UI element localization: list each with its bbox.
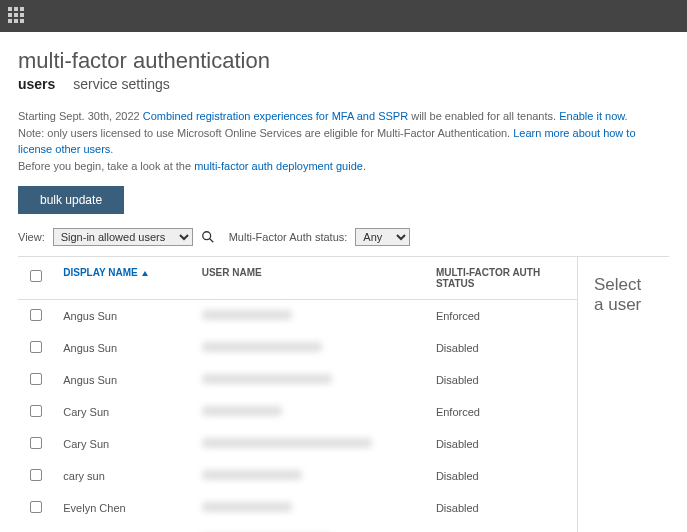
link-deployment-guide[interactable]: multi-factor auth deployment guide bbox=[194, 160, 363, 172]
search-icon[interactable] bbox=[201, 230, 215, 244]
top-bar bbox=[0, 0, 687, 32]
status-label: Multi-Factor Auth status: bbox=[229, 231, 348, 243]
column-header-checkbox bbox=[18, 257, 55, 300]
side-panel: Select a user bbox=[578, 257, 669, 532]
table-row[interactable]: Angus Sun********Enforced bbox=[18, 300, 577, 333]
cell-user-name: ******** bbox=[194, 428, 428, 460]
tab-service-settings[interactable]: service settings bbox=[73, 76, 169, 94]
row-checkbox[interactable] bbox=[30, 501, 42, 513]
tab-users[interactable]: users bbox=[18, 76, 55, 94]
notice-line1-a: Starting Sept. 30th, 2022 bbox=[18, 110, 143, 122]
view-label: View: bbox=[18, 231, 45, 243]
cell-user-name: ******** bbox=[194, 332, 428, 364]
cell-user-name: ******** bbox=[194, 492, 428, 524]
page-title: multi-factor authentication bbox=[18, 48, 669, 74]
row-checkbox[interactable] bbox=[30, 309, 42, 321]
view-select[interactable]: Sign-in allowed users bbox=[53, 228, 193, 246]
cell-mfa-status: Disabled bbox=[428, 492, 577, 524]
row-checkbox[interactable] bbox=[30, 437, 42, 449]
cell-mfa-status: Disabled bbox=[428, 524, 577, 532]
notice-line1-c: . bbox=[625, 110, 628, 122]
link-enable-now[interactable]: Enable it now bbox=[559, 110, 624, 122]
table-row[interactable]: Cary Sun********Enforced bbox=[18, 396, 577, 428]
row-checkbox[interactable] bbox=[30, 341, 42, 353]
table-row[interactable]: Angus Sun********Disabled bbox=[18, 332, 577, 364]
cell-mfa-status: Disabled bbox=[428, 364, 577, 396]
link-combined-registration[interactable]: Combined registration experiences for MF… bbox=[143, 110, 408, 122]
cell-user-name: ******** bbox=[194, 460, 428, 492]
cell-mfa-status: Disabled bbox=[428, 428, 577, 460]
cell-display-name: Cary Sun bbox=[55, 396, 193, 428]
cell-display-name: Terence bbox=[55, 524, 193, 532]
cell-display-name: Angus Sun bbox=[55, 300, 193, 333]
table-row[interactable]: Angus Sun********Disabled bbox=[18, 364, 577, 396]
table-row[interactable]: Cary Sun********Disabled bbox=[18, 428, 577, 460]
users-table: DISPLAY NAME USER NAME MULTI-FACTOR AUTH… bbox=[18, 257, 577, 532]
table-row[interactable]: Evelyn Chen********Disabled bbox=[18, 492, 577, 524]
filter-bar: View: Sign-in allowed users Multi-Factor… bbox=[18, 228, 669, 246]
table-row[interactable]: cary sun********Disabled bbox=[18, 460, 577, 492]
column-header-user-name[interactable]: USER NAME bbox=[194, 257, 428, 300]
cell-display-name: Evelyn Chen bbox=[55, 492, 193, 524]
cell-user-name: ******** bbox=[194, 364, 428, 396]
cell-user-name: ******** bbox=[194, 396, 428, 428]
cell-mfa-status: Enforced bbox=[428, 396, 577, 428]
notice-line1-b: will be enabled for all tenants. bbox=[408, 110, 559, 122]
row-checkbox[interactable] bbox=[30, 373, 42, 385]
cell-mfa-status: Enforced bbox=[428, 300, 577, 333]
app-launcher-icon[interactable] bbox=[8, 7, 26, 25]
svg-point-0 bbox=[202, 232, 210, 240]
notice-line2-a: Note: only users licensed to use Microso… bbox=[18, 127, 513, 139]
cell-mfa-status: Disabled bbox=[428, 332, 577, 364]
column-header-mfa-status[interactable]: MULTI-FACTOR AUTH STATUS bbox=[428, 257, 577, 300]
cell-user-name: ******** bbox=[194, 524, 428, 532]
column-header-display-name[interactable]: DISPLAY NAME bbox=[55, 257, 193, 300]
cell-display-name: Angus Sun bbox=[55, 332, 193, 364]
row-checkbox[interactable] bbox=[30, 469, 42, 481]
tabs: users service settings bbox=[18, 76, 669, 94]
cell-mfa-status: Disabled bbox=[428, 460, 577, 492]
users-table-wrap: DISPLAY NAME USER NAME MULTI-FACTOR AUTH… bbox=[18, 257, 578, 532]
notice-text: Starting Sept. 30th, 2022 Combined regis… bbox=[18, 108, 669, 174]
bulk-update-button[interactable]: bulk update bbox=[18, 186, 124, 214]
side-panel-title: Select a user bbox=[594, 275, 653, 315]
select-all-checkbox[interactable] bbox=[30, 270, 42, 282]
cell-display-name: cary sun bbox=[55, 460, 193, 492]
cell-display-name: Cary Sun bbox=[55, 428, 193, 460]
notice-line3-b: . bbox=[363, 160, 366, 172]
cell-user-name: ******** bbox=[194, 300, 428, 333]
notice-line3-a: Before you begin, take a look at the bbox=[18, 160, 194, 172]
row-checkbox[interactable] bbox=[30, 405, 42, 417]
status-select[interactable]: Any bbox=[355, 228, 410, 246]
notice-line2-b: . bbox=[110, 143, 113, 155]
sort-ascending-icon bbox=[142, 271, 148, 276]
cell-display-name: Angus Sun bbox=[55, 364, 193, 396]
table-row[interactable]: Terence********Disabled bbox=[18, 524, 577, 532]
svg-line-1 bbox=[209, 239, 213, 243]
